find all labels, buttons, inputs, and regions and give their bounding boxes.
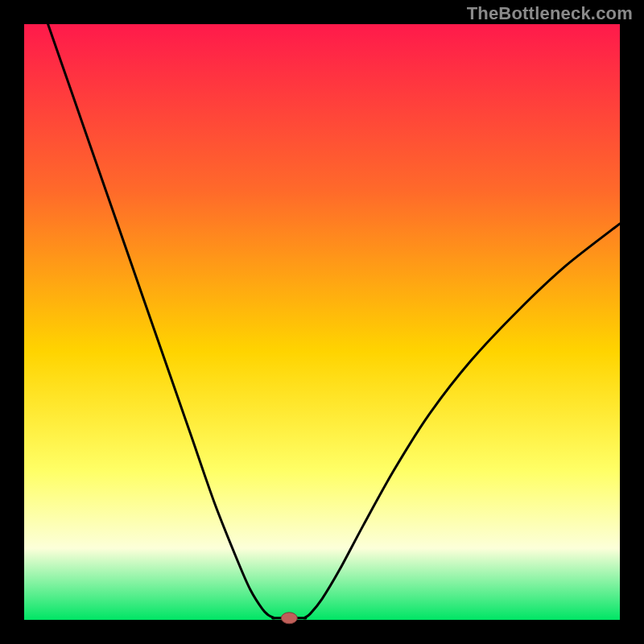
plot-background [24,24,620,620]
chart-frame: TheBottleneck.com [0,0,644,644]
bottleneck-chart [0,0,644,644]
minimum-marker [281,613,297,624]
